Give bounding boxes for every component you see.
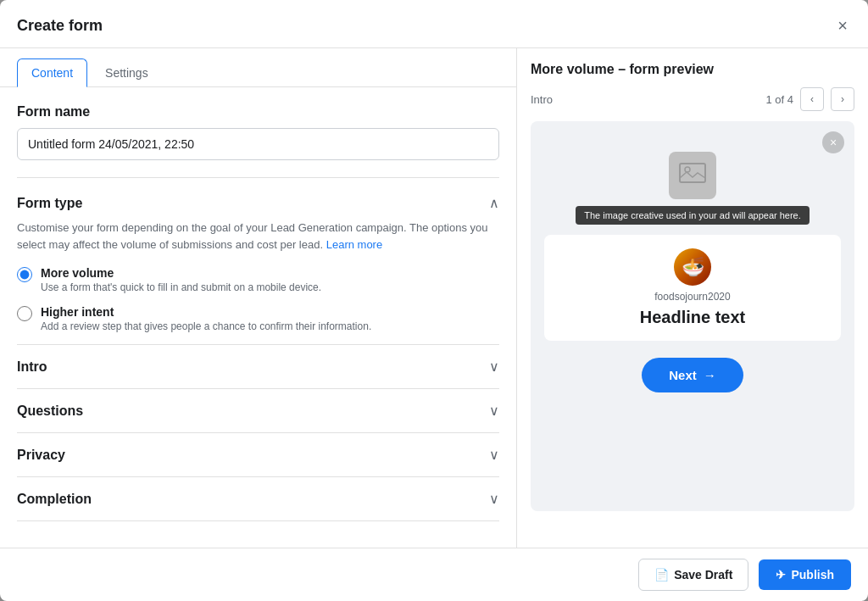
svg-point-1 [685,167,690,172]
modal-title: Create form [17,17,103,35]
tab-content[interactable]: Content [17,58,87,87]
publish-icon: ✈ [776,568,786,582]
radio-higher-intent-sublabel: Add a review step that gives people a ch… [41,320,371,332]
radio-higher-intent[interactable]: Higher intent Add a review step that giv… [17,305,499,332]
radio-more-volume-label: More volume [41,266,321,280]
left-content: Form name Form type ∧ Customise your for… [0,87,516,548]
right-panel: More volume – form preview Intro 1 of 4 … [517,48,868,548]
ad-card: 🍜 foodsojourn2020 Headline text [544,235,841,341]
form-type-header: Form type ∧ [17,195,499,211]
section-questions[interactable]: Questions ∨ [17,388,499,432]
form-type-chevron-icon: ∧ [489,195,499,211]
section-questions-label: Questions [17,403,83,419]
privacy-chevron-icon: ∨ [489,447,499,463]
preview-close-icon[interactable]: × [822,131,844,153]
form-name-title: Form name [17,104,499,120]
create-form-modal: Create form × Content Settings Form name… [0,0,868,601]
section-completion[interactable]: Completion ∨ [17,476,499,521]
radio-more-volume-content: More volume Use a form that's quick to f… [41,266,321,293]
food-emoji: 🍜 [682,256,704,278]
ad-avatar: 🍜 [674,248,711,286]
collapsible-sections: Intro ∨ Questions ∨ Privacy ∨ Completion… [17,344,499,521]
divider-1 [17,177,499,178]
tab-settings[interactable]: Settings [91,58,163,87]
radio-higher-intent-label: Higher intent [41,305,371,319]
intro-chevron-icon: ∨ [489,359,499,375]
tabs-container: Content Settings [0,48,516,87]
ad-headline: Headline text [640,308,745,327]
preview-nav: 1 of 4 ‹ › [765,87,854,111]
modal-footer: 📄 Save Draft ✈ Publish [0,548,868,601]
learn-more-link[interactable]: Learn more [326,238,382,251]
publish-button[interactable]: ✈ Publish [759,559,851,590]
preview-title: More volume – form preview [531,62,714,77]
form-name-input[interactable] [17,128,499,160]
section-completion-label: Completion [17,492,92,507]
phone-preview: × The image creative used in your ad wil… [531,121,854,511]
image-placeholder [669,152,716,199]
radio-more-volume-sublabel: Use a form that's quick to fill in and s… [41,281,321,293]
prev-nav-button[interactable]: ‹ [800,87,824,111]
close-button[interactable]: × [834,14,851,37]
left-panel: Content Settings Form name Form type ∧ C… [0,48,517,548]
section-privacy-label: Privacy [17,448,65,463]
questions-chevron-icon: ∨ [489,403,499,419]
completion-chevron-icon: ∨ [489,491,499,507]
tooltip-box: The image creative used in your ad will … [576,206,810,225]
save-draft-button[interactable]: 📄 Save Draft [638,559,748,591]
preview-step-label: Intro [531,93,553,106]
save-draft-icon: 📄 [654,568,669,582]
ad-username: foodsojourn2020 [654,291,730,303]
next-nav-button[interactable]: › [831,87,854,111]
form-type-title: Form type [17,196,82,211]
section-intro[interactable]: Intro ∨ [17,344,499,388]
radio-more-volume-input[interactable] [17,267,32,282]
section-privacy[interactable]: Privacy ∨ [17,432,499,476]
right-panel-scroll: More volume – form preview Intro 1 of 4 … [517,48,868,548]
modal-header: Create form × [0,0,868,48]
section-intro-label: Intro [17,359,47,375]
radio-higher-intent-input[interactable] [17,306,32,321]
image-placeholder-icon [679,161,706,191]
modal-body: Content Settings Form name Form type ∧ C… [0,48,868,548]
radio-higher-intent-content: Higher intent Add a review step that giv… [41,305,371,332]
preview-header: More volume – form preview [531,62,854,77]
step-indicator: 1 of 4 [765,93,793,106]
svg-rect-0 [680,164,705,182]
next-button[interactable]: Next → [642,358,743,392]
radio-more-volume[interactable]: More volume Use a form that's quick to f… [17,266,499,293]
form-type-description: Customise your form depending on the goa… [17,220,499,253]
